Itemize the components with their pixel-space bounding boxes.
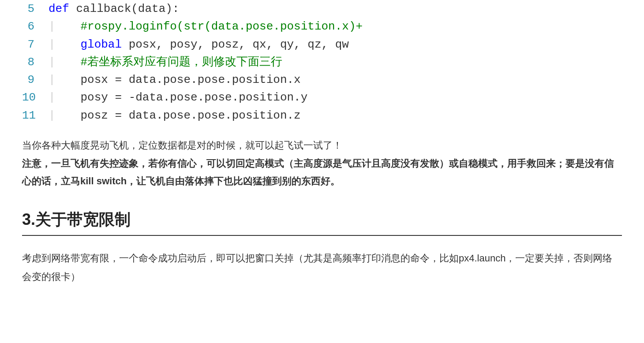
line-number: 8	[22, 53, 49, 71]
code-line: 10| posy = -data.pose.pose.position.y	[22, 89, 622, 106]
line-number: 6	[22, 18, 49, 35]
code-token: #若坐标系对应有问题，则修改下面三行	[80, 56, 282, 69]
code-content: | #若坐标系对应有问题，则修改下面三行	[49, 53, 282, 71]
code-token: global	[80, 38, 122, 51]
code-token: posy = -data.pose.pose.position.y	[80, 91, 307, 104]
code-content: | posy = -data.pose.pose.position.y	[49, 89, 307, 106]
code-token: def	[49, 2, 69, 15]
code-line: 6| #rospy.loginfo(str(data.pose.position…	[22, 18, 622, 35]
code-line: 9| posx = data.pose.pose.position.x	[22, 71, 622, 89]
code-token: #rospy.loginfo(str(data.pose.position.x)…	[80, 20, 363, 33]
code-content: | posz = data.pose.pose.position.z	[49, 107, 301, 124]
code-block: 5def callback(data):6| #rospy.loginfo(st…	[22, 0, 622, 124]
indent-guide: |	[49, 91, 80, 104]
line-number: 11	[22, 107, 49, 124]
code-line: 11| posz = data.pose.pose.position.z	[22, 107, 622, 124]
indent-guide: |	[49, 20, 80, 33]
line-number: 7	[22, 36, 49, 53]
line-number: 9	[22, 71, 49, 89]
code-token: posz = data.pose.pose.position.z	[80, 109, 300, 122]
prose-line-2-bold: 注意，一旦飞机有失控迹象，若你有信心，可以切回定高模式（主高度源是气压计且高度没…	[22, 155, 622, 190]
code-content: | global posx, posy, posz, qx, qy, qz, q…	[49, 36, 349, 53]
code-token: posx, posy, posz, qx, qy, qz, qw	[122, 38, 349, 51]
code-token	[69, 2, 76, 15]
code-line: 5def callback(data):	[22, 0, 622, 18]
code-content: def callback(data):	[49, 0, 179, 18]
code-token: posx = data.pose.pose.position.x	[80, 73, 300, 86]
prose-block-1: 当你各种大幅度晃动飞机，定位数据都是对的时候，就可以起飞试一试了！ 注意，一旦飞…	[22, 137, 622, 190]
prose-line-1: 当你各种大幅度晃动飞机，定位数据都是对的时候，就可以起飞试一试了！	[22, 137, 622, 155]
code-token: callback(data):	[76, 2, 179, 15]
indent-guide: |	[49, 109, 80, 122]
section-heading: 3.关于带宽限制	[22, 209, 622, 236]
indent-guide: |	[49, 38, 80, 51]
indent-guide: |	[49, 56, 80, 69]
code-content: | #rospy.loginfo(str(data.pose.position.…	[49, 18, 363, 35]
prose2-line-1: 考虑到网络带宽有限，一个命令成功启动后，即可以把窗口关掉（尤其是高频率打印消息的…	[22, 249, 622, 286]
code-line: 7| global posx, posy, posz, qx, qy, qz, …	[22, 36, 622, 53]
line-number: 10	[22, 89, 49, 106]
code-content: | posx = data.pose.pose.position.x	[49, 71, 301, 89]
indent-guide: |	[49, 73, 80, 86]
prose-block-2: 考虑到网络带宽有限，一个命令成功启动后，即可以把窗口关掉（尤其是高频率打印消息的…	[22, 249, 622, 286]
line-number: 5	[22, 0, 49, 18]
code-line: 8| #若坐标系对应有问题，则修改下面三行	[22, 53, 622, 71]
